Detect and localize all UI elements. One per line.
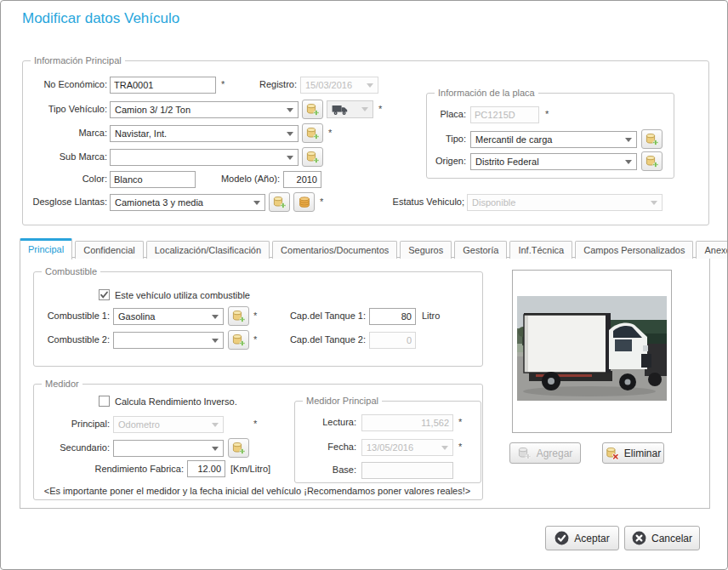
chevron-down-icon bbox=[212, 423, 219, 427]
placa-tipo-combobox[interactable]: Mercantil de carga bbox=[470, 131, 637, 148]
placa-tipo-label: Tipo: bbox=[428, 134, 466, 144]
tanque2-input bbox=[369, 332, 416, 349]
registro-combobox: 15/03/2016 bbox=[300, 77, 378, 94]
color-label: Color: bbox=[22, 174, 107, 184]
add-placa-origen-button[interactable] bbox=[641, 151, 663, 171]
medidor-secundario-combobox[interactable] bbox=[113, 440, 224, 457]
add-desglose-llantas-button[interactable] bbox=[269, 192, 290, 212]
rendimiento-fabrica-input[interactable] bbox=[187, 460, 225, 477]
add-combustible2-button[interactable] bbox=[228, 330, 249, 350]
tipo-vehiculo-label: Tipo Vehículo: bbox=[22, 104, 107, 114]
tab-inf-tecnica[interactable]: Inf.Técnica bbox=[509, 241, 572, 259]
desglose-llantas-catalog-button[interactable] bbox=[293, 192, 315, 212]
aceptar-button[interactable]: Aceptar bbox=[545, 526, 619, 550]
database-add-icon bbox=[232, 310, 246, 323]
required-marker: * bbox=[253, 334, 257, 345]
tipo-vehiculo-combobox[interactable]: Camion 3/ 1/2 Ton bbox=[110, 101, 299, 118]
base-input[interactable] bbox=[361, 462, 453, 479]
groupbox-combustible-legend: Combustible bbox=[42, 266, 100, 276]
required-marker: * bbox=[328, 128, 332, 138]
add-marca-button[interactable] bbox=[302, 123, 323, 143]
add-placa-tipo-button[interactable] bbox=[641, 129, 663, 149]
desglose-llantas-combobox[interactable]: Camioneta 3 y media bbox=[110, 194, 265, 211]
desglose-llantas-label: Desglose Llantas: bbox=[22, 197, 107, 207]
chevron-down-icon bbox=[253, 201, 260, 205]
medidor-secundario-label: Secundario: bbox=[26, 442, 110, 453]
database-add-icon bbox=[306, 151, 320, 164]
database-add-icon bbox=[646, 155, 659, 168]
add-medidor-secundario-button[interactable] bbox=[228, 438, 249, 458]
color-input[interactable] bbox=[110, 171, 196, 188]
inverso-checkbox[interactable] bbox=[99, 396, 110, 407]
tanque1-unit: Litro bbox=[422, 311, 440, 321]
tab-confidencial[interactable]: Confidencial bbox=[75, 241, 144, 259]
chevron-down-icon bbox=[441, 446, 448, 450]
database-add-icon bbox=[306, 127, 320, 140]
database-add-gray-icon bbox=[518, 447, 532, 460]
placa-input bbox=[470, 106, 539, 123]
required-marker: * bbox=[458, 442, 462, 452]
chevron-down-icon bbox=[287, 108, 293, 112]
required-marker: * bbox=[545, 109, 549, 119]
rendimiento-fabrica-unit: [Km/Litro] bbox=[230, 464, 270, 474]
tanque1-label: Cap.del Tanque 1: bbox=[283, 311, 366, 321]
add-combustible1-button[interactable] bbox=[228, 306, 249, 326]
tab-strip: Principal Confidencial Localización/Clas… bbox=[20, 238, 728, 259]
truck-icon bbox=[332, 104, 349, 116]
database-add-icon bbox=[306, 103, 320, 117]
truck-type-combobox bbox=[327, 100, 373, 118]
eliminar-photo-button[interactable]: Eliminar bbox=[602, 442, 664, 464]
fecha-label: Fecha: bbox=[299, 442, 356, 452]
tab-anexo[interactable]: Anexo bbox=[696, 241, 728, 259]
combustible2-combobox[interactable] bbox=[113, 332, 224, 349]
marca-label: Marca: bbox=[22, 128, 107, 138]
placa-origen-combobox[interactable]: Distrito Federal bbox=[470, 153, 637, 170]
marca-combobox[interactable]: Navistar, Int. bbox=[110, 125, 299, 142]
database-add-icon bbox=[232, 333, 246, 347]
uses-fuel-checkbox[interactable] bbox=[99, 289, 110, 300]
medidor-note: <Es importante poner el medidor y la fec… bbox=[33, 486, 481, 496]
database-delete-icon bbox=[606, 447, 619, 460]
rendimiento-fabrica-label: Rendimiento Fabrica: bbox=[26, 464, 184, 474]
required-marker: * bbox=[378, 104, 382, 114]
combustible1-combobox[interactable]: Gasolina bbox=[113, 308, 224, 325]
cancelar-button[interactable]: Cancelar bbox=[624, 526, 700, 550]
database-add-icon bbox=[273, 196, 287, 209]
required-marker: * bbox=[320, 197, 323, 207]
cancel-icon bbox=[632, 531, 646, 545]
chevron-down-icon bbox=[651, 201, 657, 205]
accept-icon bbox=[555, 531, 569, 545]
no-economico-input[interactable] bbox=[110, 77, 216, 94]
estatus-vehiculo-label: Estatus Vehiculo; bbox=[367, 197, 464, 207]
groupbox-informacion-principal-legend: Información Principal bbox=[31, 55, 125, 66]
chevron-down-icon bbox=[361, 107, 368, 111]
chevron-down-icon bbox=[367, 83, 373, 88]
required-marker: * bbox=[458, 417, 462, 427]
tab-principal[interactable]: Principal bbox=[20, 238, 72, 259]
add-tipo-vehiculo-button[interactable] bbox=[302, 100, 323, 119]
chevron-down-icon bbox=[212, 339, 219, 343]
modelo-label: Modelo (Año): bbox=[205, 174, 280, 184]
add-sub-marca-button[interactable] bbox=[302, 147, 323, 167]
chevron-down-icon bbox=[287, 156, 293, 160]
vehicle-photo bbox=[517, 296, 667, 401]
base-label: Base: bbox=[299, 465, 356, 475]
tab-gestoria[interactable]: Gestoría bbox=[454, 241, 507, 259]
check-icon bbox=[100, 290, 109, 299]
chevron-down-icon bbox=[212, 447, 219, 451]
groupbox-medidor-principal-legend: Medidor Principal bbox=[303, 396, 382, 406]
sub-marca-combobox[interactable] bbox=[110, 149, 299, 166]
inverso-checkbox-label: Calcula Rendimiento Inverso. bbox=[115, 396, 237, 407]
tab-seguros[interactable]: Seguros bbox=[400, 241, 452, 259]
tab-comentarios-documentos[interactable]: Comentarios/Documentos bbox=[272, 241, 397, 259]
tab-localizacion-clasificacion[interactable]: Localización/Clasificación bbox=[146, 241, 270, 259]
modelo-input[interactable] bbox=[283, 171, 321, 188]
groupbox-medidor-legend: Medidor bbox=[42, 379, 82, 389]
required-marker: * bbox=[253, 419, 257, 429]
page-title: Modificar datos Vehículo bbox=[22, 10, 179, 27]
dialog-modificar-datos-vehiculo: Modificar datos Vehículo Información Pri… bbox=[0, 0, 728, 570]
combustible1-label: Combustible 1: bbox=[26, 311, 110, 321]
tanque1-input[interactable] bbox=[369, 308, 416, 325]
tab-campos-personalizados[interactable]: Campos Personalizados bbox=[575, 241, 693, 259]
placa-label: Placa: bbox=[428, 109, 466, 119]
